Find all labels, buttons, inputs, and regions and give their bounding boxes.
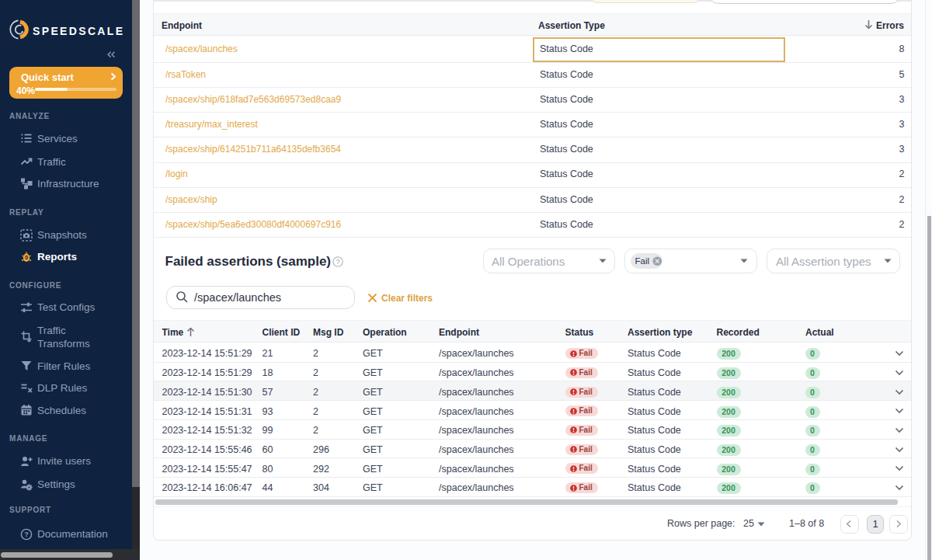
svg-text:?: ? bbox=[24, 530, 29, 538]
svg-text:?: ? bbox=[336, 258, 339, 266]
svg-text:0: 0 bbox=[25, 254, 28, 261]
